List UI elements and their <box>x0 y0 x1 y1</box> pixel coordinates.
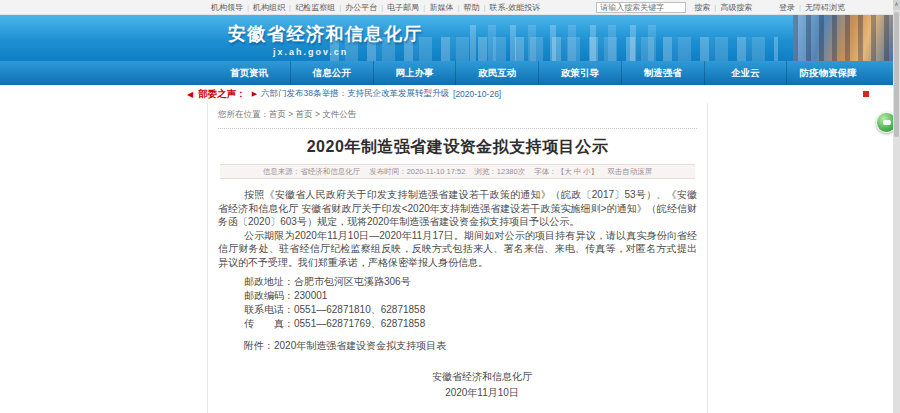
scrollbar-thumb[interactable] <box>894 12 899 137</box>
service-icon <box>883 120 891 125</box>
nav-item-policy-guidance[interactable]: 政策引导 <box>538 61 621 85</box>
breadcrumb[interactable]: 您所在位置：首页 > 首页 > 文件公告 <box>218 103 697 129</box>
accessibility-link[interactable]: 无障碍浏览 <box>795 2 845 13</box>
nav-item-enterprise-cloud[interactable]: 企业云 <box>704 61 787 85</box>
signature-block: 安徽省经济和信息化厅 2020年11月10日 <box>427 369 537 401</box>
site-title[interactable]: 安徽省经济和信息化厅 <box>228 22 423 46</box>
contact-address: 邮政地址：合肥市包河区屯溪路306号 <box>244 275 697 289</box>
autoscroll-toggle[interactable]: 双击自动滚屏 <box>607 167 652 177</box>
attachment-reference: 附件：2020年制造强省建设资金拟支持项目表 <box>218 339 697 353</box>
contact-postcode: 邮政编码：230001 <box>244 289 697 303</box>
utility-link-leadership[interactable]: 机构领导 <box>211 2 243 13</box>
site-url: jx.ah.gov.cn <box>273 47 348 57</box>
ticker-label: 部委之声： <box>198 88 246 101</box>
search-input[interactable] <box>596 2 686 13</box>
nav-item-info-disclosure[interactable]: 信息公开 <box>290 61 373 85</box>
article-paragraph: 公示期限为2020年11月10日—2020年11月17日。期间如对公示的项目持有… <box>218 229 697 270</box>
ticker-headline-link[interactable]: 六部门发布38条举措：支持民企改革发展转型升级 <box>261 88 449 100</box>
meta-publish-time: 发布时间：2020-11-10 17:52 <box>369 167 465 177</box>
advanced-search-link[interactable]: 高级搜索 <box>710 2 752 13</box>
contact-phone: 联系电话：0551—62871810、62871858 <box>244 303 697 317</box>
content-right-border <box>707 103 708 413</box>
utility-link-new-media[interactable]: 新媒体 <box>419 2 453 13</box>
meta-view-count: 浏览：12380次 <box>474 167 525 177</box>
utility-bar: 机构领导 机构组织 纪检监察组 办公平台 电子邮局 新媒体 帮助 联系-效能投诉… <box>0 0 893 15</box>
utility-link-email[interactable]: 电子邮局 <box>377 2 419 13</box>
banner-skyline-towers-graphic <box>470 25 670 61</box>
nav-item-online-services[interactable]: 网上办事 <box>373 61 456 85</box>
search-button[interactable]: 搜索 <box>694 2 710 13</box>
meta-source: 信息来源：省经济和信息化厅 <box>263 167 361 177</box>
article-body: 按照《安徽省人民政府关于印发支持制造强省建设若干政策的通知》（皖政〔2017〕5… <box>218 188 697 413</box>
article-paragraph: 按照《安徽省人民政府关于印发支持制造强省建设若干政策的通知》（皖政〔2017〕5… <box>218 188 697 229</box>
article-column: 您所在位置：首页 > 首页 > 文件公告 2020年制造强省建设资金拟支持项目公… <box>208 103 707 413</box>
utility-link-contact-complaint[interactable]: 联系-效能投诉 <box>479 2 540 13</box>
utility-link-organization[interactable]: 机构组织 <box>243 2 285 13</box>
signature-org: 安徽省经济和信息化厅 <box>427 369 537 385</box>
utility-link-discipline[interactable]: 纪检监察组 <box>285 2 335 13</box>
ticker-bullet-icon: ▶ <box>252 90 257 98</box>
contact-fax: 传 真：0551—62871769、62871858 <box>244 317 697 331</box>
ticker-prev-icon[interactable]: ◀ <box>187 90 193 99</box>
article-title: 2020年制造强省建设资金拟支持项目公示 <box>218 137 697 158</box>
nav-item-epidemic-supplies[interactable]: 防疫物资保障 <box>786 61 869 85</box>
scrollbar: ∧ <box>893 0 900 413</box>
scroll-up-arrow-icon[interactable]: ∧ <box>893 0 900 10</box>
article-meta-bar: 信息来源：省经济和信息化厅 发布时间：2020-11-10 17:52 浏览：1… <box>220 164 695 179</box>
nav-item-manufacturing-province[interactable]: 制造强省 <box>621 61 704 85</box>
ticker-more-icon[interactable] <box>863 91 869 97</box>
browser-page: 机构领导 机构组织 纪检监察组 办公平台 电子邮局 新媒体 帮助 联系-效能投诉… <box>0 0 900 413</box>
main-nav: 首页资讯 信息公开 网上办事 政民互动 政策引导 制造强省 企业云 防疫物资保障 <box>0 61 893 85</box>
ticker-date: [2020-10-26] <box>453 89 501 99</box>
contact-block: 邮政地址：合肥市包河区屯溪路306号 邮政编码：230001 联系电话：0551… <box>218 275 697 331</box>
main-content: 您所在位置：首页 > 首页 > 文件公告 2020年制造强省建设资金拟支持项目公… <box>0 103 893 413</box>
nav-item-home-news[interactable]: 首页资讯 <box>208 61 290 85</box>
login-link[interactable]: 登录 <box>779 2 795 13</box>
utility-link-help[interactable]: 帮助 <box>453 2 479 13</box>
site-banner: 安徽省经济和信息化厅 jx.ah.gov.cn <box>0 15 893 61</box>
banner-city-photo <box>793 15 893 61</box>
signature-date: 2020年11月10日 <box>427 385 537 401</box>
utility-link-office-platform[interactable]: 办公平台 <box>335 2 377 13</box>
font-size-controls[interactable]: 字体：【大 中 小】 <box>534 167 598 177</box>
news-ticker: ◀ 部委之声： ▶ 六部门发布38条举措：支持民企改革发展转型升级 [2020-… <box>0 85 893 103</box>
nav-item-interaction[interactable]: 政民互动 <box>455 61 538 85</box>
